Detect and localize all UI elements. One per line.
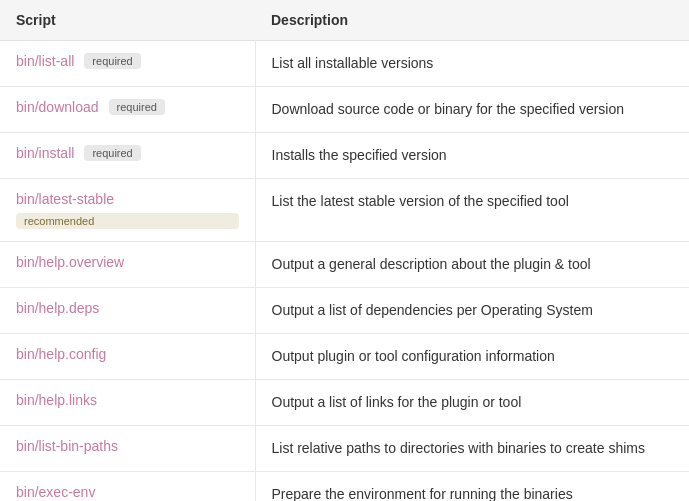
- table-row: bin/list-bin-pathsList relative paths to…: [0, 426, 689, 472]
- script-cell-help-deps: bin/help.deps: [0, 288, 255, 334]
- description-text-list-bin-paths: List relative paths to directories with …: [272, 440, 646, 456]
- description-text-list-all: List all installable versions: [272, 55, 434, 71]
- script-cell-exec-env: bin/exec-env: [0, 472, 255, 502]
- description-cell-download: Download source code or binary for the s…: [255, 87, 689, 133]
- description-text-help-links: Output a list of links for the plugin or…: [272, 394, 522, 410]
- badge-list-all: required: [84, 53, 140, 69]
- badge-download: required: [109, 99, 165, 115]
- script-cell-help-overview: bin/help.overview: [0, 242, 255, 288]
- description-cell-help-config: Output plugin or tool configuration info…: [255, 334, 689, 380]
- script-link-list-all[interactable]: bin/list-all: [16, 53, 74, 69]
- script-cell-latest-stable: bin/latest-stablerecommended: [0, 179, 255, 242]
- script-cell-download: bin/downloadrequired: [0, 87, 255, 133]
- table-row: bin/help.overviewOutput a general descri…: [0, 242, 689, 288]
- description-text-help-deps: Output a list of dependencies per Operat…: [272, 302, 593, 318]
- description-cell-exec-env: Prepare the environment for running the …: [255, 472, 689, 502]
- column-header-description: Description: [255, 0, 689, 41]
- description-cell-help-links: Output a list of links for the plugin or…: [255, 380, 689, 426]
- script-cell-help-links: bin/help.links: [0, 380, 255, 426]
- table-row: bin/help.linksOutput a list of links for…: [0, 380, 689, 426]
- description-text-help-config: Output plugin or tool configuration info…: [272, 348, 555, 364]
- description-text-download: Download source code or binary for the s…: [272, 101, 625, 117]
- description-cell-help-deps: Output a list of dependencies per Operat…: [255, 288, 689, 334]
- script-link-list-bin-paths[interactable]: bin/list-bin-paths: [16, 438, 118, 454]
- column-header-script: Script: [0, 0, 255, 41]
- script-cell-list-bin-paths: bin/list-bin-paths: [0, 426, 255, 472]
- script-cell-list-all: bin/list-allrequired: [0, 41, 255, 87]
- script-link-help-config[interactable]: bin/help.config: [16, 346, 106, 362]
- table-row: bin/installrequiredInstalls the specifie…: [0, 133, 689, 179]
- description-text-install: Installs the specified version: [272, 147, 447, 163]
- script-cell-help-config: bin/help.config: [0, 334, 255, 380]
- description-cell-list-all: List all installable versions: [255, 41, 689, 87]
- description-text-latest-stable: List the latest stable version of the sp…: [272, 193, 569, 209]
- description-text-exec-env: Prepare the environment for running the …: [272, 486, 573, 501]
- script-link-help-deps[interactable]: bin/help.deps: [16, 300, 99, 316]
- table-row: bin/latest-stablerecommendedList the lat…: [0, 179, 689, 242]
- script-cell-install: bin/installrequired: [0, 133, 255, 179]
- description-cell-list-bin-paths: List relative paths to directories with …: [255, 426, 689, 472]
- script-link-exec-env[interactable]: bin/exec-env: [16, 484, 95, 500]
- badge-latest-stable: recommended: [16, 213, 239, 229]
- table-row: bin/exec-envPrepare the environment for …: [0, 472, 689, 502]
- script-link-download[interactable]: bin/download: [16, 99, 99, 115]
- description-cell-help-overview: Output a general description about the p…: [255, 242, 689, 288]
- description-cell-install: Installs the specified version: [255, 133, 689, 179]
- table-row: bin/help.depsOutput a list of dependenci…: [0, 288, 689, 334]
- description-text-help-overview: Output a general description about the p…: [272, 256, 591, 272]
- table-row: bin/downloadrequiredDownload source code…: [0, 87, 689, 133]
- table-row: bin/help.configOutput plugin or tool con…: [0, 334, 689, 380]
- script-link-help-overview[interactable]: bin/help.overview: [16, 254, 124, 270]
- script-link-install[interactable]: bin/install: [16, 145, 74, 161]
- script-link-help-links[interactable]: bin/help.links: [16, 392, 97, 408]
- badge-install: required: [84, 145, 140, 161]
- description-cell-latest-stable: List the latest stable version of the sp…: [255, 179, 689, 242]
- table-row: bin/list-allrequiredList all installable…: [0, 41, 689, 87]
- script-link-latest-stable[interactable]: bin/latest-stable: [16, 191, 239, 207]
